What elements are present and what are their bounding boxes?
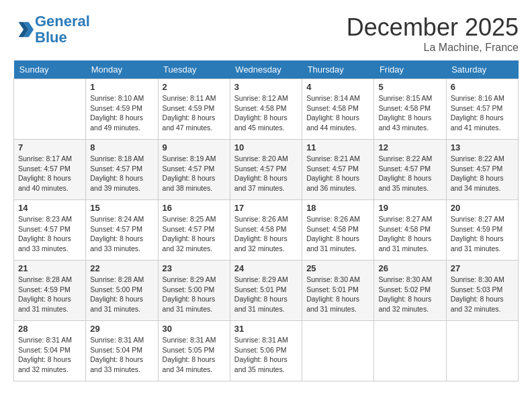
day-info: Sunrise: 8:14 AM Sunset: 4:58 PM Dayligh… [306, 93, 369, 133]
day-header-tuesday: Tuesday [158, 60, 230, 79]
day-cell: 25Sunrise: 8:30 AM Sunset: 5:01 PM Dayli… [302, 261, 374, 321]
day-number: 30 [163, 324, 226, 334]
day-cell [446, 321, 518, 381]
logo-general: General [35, 13, 90, 30]
week-row-3: 14Sunrise: 8:23 AM Sunset: 4:57 PM Dayli… [14, 200, 519, 261]
day-info: Sunrise: 8:26 AM Sunset: 4:58 PM Dayligh… [234, 214, 298, 254]
day-number: 11 [306, 142, 369, 152]
day-cell: 10Sunrise: 8:20 AM Sunset: 4:57 PM Dayli… [230, 140, 302, 200]
day-number: 2 [163, 82, 226, 92]
day-info: Sunrise: 8:21 AM Sunset: 4:57 PM Dayligh… [306, 154, 369, 193]
day-number: 20 [451, 203, 514, 213]
day-info: Sunrise: 8:30 AM Sunset: 5:03 PM Dayligh… [451, 275, 514, 314]
day-info: Sunrise: 8:31 AM Sunset: 5:06 PM Dayligh… [234, 335, 298, 375]
day-info: Sunrise: 8:19 AM Sunset: 4:57 PM Dayligh… [163, 154, 226, 193]
day-number: 1 [90, 82, 153, 92]
day-cell: 31Sunrise: 8:31 AM Sunset: 5:06 PM Dayli… [230, 321, 302, 381]
day-cell: 8Sunrise: 8:18 AM Sunset: 4:57 PM Daylig… [86, 140, 158, 200]
day-info: Sunrise: 8:28 AM Sunset: 4:59 PM Dayligh… [18, 275, 81, 314]
day-number: 13 [451, 142, 514, 152]
day-info: Sunrise: 8:18 AM Sunset: 4:57 PM Dayligh… [90, 154, 153, 193]
month-title: December 2025 [347, 13, 519, 42]
day-info: Sunrise: 8:25 AM Sunset: 4:57 PM Dayligh… [163, 214, 226, 254]
calendar-table: SundayMondayTuesdayWednesdayThursdayFrid… [13, 60, 519, 381]
day-cell [14, 79, 86, 140]
day-cell: 15Sunrise: 8:24 AM Sunset: 4:57 PM Dayli… [86, 200, 158, 261]
day-info: Sunrise: 8:31 AM Sunset: 5:04 PM Dayligh… [18, 335, 81, 375]
day-cell: 17Sunrise: 8:26 AM Sunset: 4:58 PM Dayli… [230, 200, 302, 261]
day-header-thursday: Thursday [302, 60, 374, 79]
day-cell: 13Sunrise: 8:22 AM Sunset: 4:57 PM Dayli… [446, 140, 518, 200]
day-number: 3 [234, 82, 298, 92]
day-cell: 30Sunrise: 8:31 AM Sunset: 5:05 PM Dayli… [158, 321, 230, 381]
day-number: 6 [451, 82, 514, 92]
day-info: Sunrise: 8:24 AM Sunset: 4:57 PM Dayligh… [90, 214, 153, 254]
title-area: December 2025 La Machine, France [347, 13, 519, 54]
day-header-monday: Monday [86, 60, 158, 79]
day-cell: 9Sunrise: 8:19 AM Sunset: 4:57 PM Daylig… [158, 140, 230, 200]
day-number: 7 [18, 142, 81, 152]
week-row-5: 28Sunrise: 8:31 AM Sunset: 5:04 PM Dayli… [14, 321, 519, 381]
page-header: General Blue December 2025 La Machine, F… [13, 13, 519, 54]
day-cell: 24Sunrise: 8:29 AM Sunset: 5:01 PM Dayli… [230, 261, 302, 321]
day-info: Sunrise: 8:20 AM Sunset: 4:57 PM Dayligh… [234, 154, 298, 193]
day-number: 28 [18, 324, 81, 334]
day-number: 5 [378, 82, 441, 92]
day-info: Sunrise: 8:27 AM Sunset: 4:59 PM Dayligh… [451, 214, 514, 254]
day-cell: 4Sunrise: 8:14 AM Sunset: 4:58 PM Daylig… [302, 79, 374, 140]
day-cell: 27Sunrise: 8:30 AM Sunset: 5:03 PM Dayli… [446, 261, 518, 321]
day-cell: 23Sunrise: 8:29 AM Sunset: 5:00 PM Dayli… [158, 261, 230, 321]
day-number: 16 [163, 203, 226, 213]
day-cell: 28Sunrise: 8:31 AM Sunset: 5:04 PM Dayli… [14, 321, 86, 381]
day-info: Sunrise: 8:30 AM Sunset: 5:02 PM Dayligh… [378, 275, 441, 314]
day-cell: 5Sunrise: 8:15 AM Sunset: 4:58 PM Daylig… [374, 79, 446, 140]
day-cell: 18Sunrise: 8:26 AM Sunset: 4:58 PM Dayli… [302, 200, 374, 261]
day-cell: 1Sunrise: 8:10 AM Sunset: 4:59 PM Daylig… [86, 79, 158, 140]
day-info: Sunrise: 8:31 AM Sunset: 5:05 PM Dayligh… [163, 335, 226, 375]
day-cell: 21Sunrise: 8:28 AM Sunset: 4:59 PM Dayli… [14, 261, 86, 321]
day-info: Sunrise: 8:11 AM Sunset: 4:59 PM Dayligh… [163, 93, 226, 133]
day-header-friday: Friday [374, 60, 446, 79]
day-number: 9 [163, 142, 226, 152]
day-info: Sunrise: 8:29 AM Sunset: 5:01 PM Dayligh… [234, 275, 298, 314]
day-info: Sunrise: 8:16 AM Sunset: 4:57 PM Dayligh… [451, 93, 514, 133]
day-info: Sunrise: 8:22 AM Sunset: 4:57 PM Dayligh… [378, 154, 441, 193]
day-info: Sunrise: 8:29 AM Sunset: 5:00 PM Dayligh… [163, 275, 226, 314]
day-number: 25 [306, 263, 369, 273]
day-info: Sunrise: 8:12 AM Sunset: 4:58 PM Dayligh… [234, 93, 298, 133]
logo-blue: Blue [35, 29, 67, 46]
logo-icon [13, 19, 34, 40]
day-cell: 6Sunrise: 8:16 AM Sunset: 4:57 PM Daylig… [446, 79, 518, 140]
day-number: 8 [90, 142, 153, 152]
day-number: 4 [306, 82, 369, 92]
day-header-saturday: Saturday [446, 60, 518, 79]
day-number: 22 [90, 263, 153, 273]
day-number: 23 [163, 263, 226, 273]
day-number: 19 [378, 203, 441, 213]
day-cell: 7Sunrise: 8:17 AM Sunset: 4:57 PM Daylig… [14, 140, 86, 200]
day-number: 10 [234, 142, 298, 152]
day-cell: 11Sunrise: 8:21 AM Sunset: 4:57 PM Dayli… [302, 140, 374, 200]
day-cell: 19Sunrise: 8:27 AM Sunset: 4:58 PM Dayli… [374, 200, 446, 261]
day-number: 15 [90, 203, 153, 213]
day-info: Sunrise: 8:27 AM Sunset: 4:58 PM Dayligh… [378, 214, 441, 254]
day-cell: 29Sunrise: 8:31 AM Sunset: 5:04 PM Dayli… [86, 321, 158, 381]
day-number: 24 [234, 263, 298, 273]
day-info: Sunrise: 8:31 AM Sunset: 5:04 PM Dayligh… [90, 335, 153, 375]
header-row: SundayMondayTuesdayWednesdayThursdayFrid… [14, 60, 519, 79]
day-cell: 14Sunrise: 8:23 AM Sunset: 4:57 PM Dayli… [14, 200, 86, 261]
day-number: 18 [306, 203, 369, 213]
day-number: 14 [18, 203, 81, 213]
day-cell: 3Sunrise: 8:12 AM Sunset: 4:58 PM Daylig… [230, 79, 302, 140]
day-info: Sunrise: 8:30 AM Sunset: 5:01 PM Dayligh… [306, 275, 369, 314]
week-row-1: 1Sunrise: 8:10 AM Sunset: 4:59 PM Daylig… [14, 79, 519, 140]
day-cell: 26Sunrise: 8:30 AM Sunset: 5:02 PM Dayli… [374, 261, 446, 321]
day-number: 21 [18, 263, 81, 273]
day-number: 26 [378, 263, 441, 273]
day-info: Sunrise: 8:22 AM Sunset: 4:57 PM Dayligh… [451, 154, 514, 193]
day-cell [302, 321, 374, 381]
day-number: 29 [90, 324, 153, 334]
location: La Machine, France [347, 42, 519, 54]
day-cell: 16Sunrise: 8:25 AM Sunset: 4:57 PM Dayli… [158, 200, 230, 261]
day-cell [374, 321, 446, 381]
